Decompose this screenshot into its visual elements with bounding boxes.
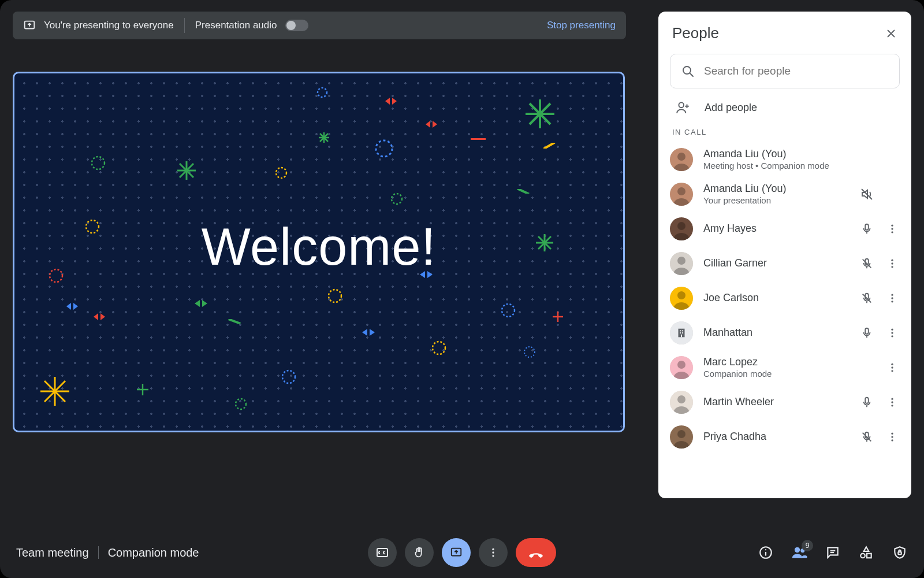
participant-options-button[interactable] bbox=[885, 258, 900, 269]
participant-mic-on[interactable] bbox=[859, 223, 874, 235]
chat-button[interactable] bbox=[825, 544, 841, 561]
participant-options-button[interactable] bbox=[885, 431, 900, 443]
captions-icon bbox=[375, 546, 389, 560]
svg-point-89 bbox=[891, 401, 893, 403]
svg-point-83 bbox=[891, 366, 893, 368]
hangup-icon bbox=[527, 544, 545, 561]
participant-options-button[interactable] bbox=[885, 397, 900, 408]
svg-rect-25 bbox=[228, 319, 241, 324]
confetti-shape bbox=[372, 137, 396, 160]
confetti-shape bbox=[84, 218, 101, 235]
svg-rect-28 bbox=[543, 143, 555, 149]
participant-mic-muted[interactable] bbox=[859, 257, 874, 270]
confetti-shape bbox=[534, 232, 555, 253]
more-options-button[interactable] bbox=[479, 538, 508, 567]
info-icon bbox=[758, 545, 773, 560]
confetti-shape bbox=[424, 120, 438, 129]
svg-point-42 bbox=[683, 66, 691, 74]
svg-point-67 bbox=[891, 294, 893, 296]
more-vertical-icon bbox=[487, 547, 499, 558]
svg-point-64 bbox=[677, 291, 685, 299]
participant-mic-on[interactable] bbox=[859, 327, 874, 339]
hand-icon bbox=[413, 546, 426, 559]
participant-options-button[interactable] bbox=[885, 292, 900, 304]
participant-mic-muted[interactable] bbox=[859, 431, 874, 443]
svg-point-53 bbox=[891, 225, 893, 227]
raise-hand-button[interactable] bbox=[405, 538, 434, 567]
shield-lock-icon bbox=[892, 545, 907, 560]
participant-options-button[interactable] bbox=[885, 327, 900, 339]
search-people-input[interactable] bbox=[704, 65, 889, 77]
stop-presenting-button[interactable]: Stop presenting bbox=[547, 20, 616, 31]
participant-row: Manhattan bbox=[658, 316, 911, 350]
present-screen-icon bbox=[450, 546, 463, 559]
participant-info: Manhattan bbox=[703, 327, 849, 339]
leave-call-button[interactable] bbox=[516, 538, 556, 567]
confetti-shape bbox=[326, 287, 344, 305]
confetti-shape bbox=[47, 267, 65, 284]
host-controls-button[interactable] bbox=[892, 544, 908, 561]
confetti-shape bbox=[500, 302, 517, 319]
svg-rect-75 bbox=[681, 335, 682, 338]
app-root: You're presenting to everyone Presentati… bbox=[0, 0, 924, 578]
participant-options-button[interactable] bbox=[885, 223, 900, 235]
svg-point-78 bbox=[891, 332, 893, 334]
participant-mic-speaker-muted[interactable] bbox=[859, 187, 874, 201]
confetti-shape bbox=[390, 192, 404, 206]
participant-info: Cillian Garner bbox=[703, 257, 849, 270]
svg-point-105 bbox=[765, 549, 766, 550]
svg-point-51 bbox=[677, 222, 685, 230]
svg-point-37 bbox=[318, 88, 327, 97]
svg-point-62 bbox=[891, 266, 893, 268]
participant-info: Martin Wheeler bbox=[703, 396, 849, 409]
close-panel-button[interactable] bbox=[885, 27, 897, 40]
svg-point-55 bbox=[891, 231, 893, 233]
confetti-shape bbox=[90, 154, 107, 172]
confetti-shape bbox=[471, 137, 486, 142]
participant-options-button[interactable] bbox=[885, 362, 900, 373]
chat-icon bbox=[825, 545, 840, 560]
svg-point-57 bbox=[677, 257, 685, 265]
people-count-badge: 9 bbox=[802, 540, 813, 551]
search-people-field[interactable] bbox=[670, 54, 900, 88]
svg-rect-27 bbox=[471, 138, 486, 140]
svg-rect-71 bbox=[680, 330, 681, 331]
present-button[interactable] bbox=[442, 538, 471, 567]
slide-title: Welcome! bbox=[202, 217, 436, 277]
participant-info: Amy Hayes bbox=[703, 223, 849, 235]
confetti-shape bbox=[543, 143, 556, 149]
svg-point-92 bbox=[677, 430, 685, 438]
captions-button[interactable] bbox=[368, 538, 397, 567]
presentation-tile: Welcome! bbox=[13, 72, 625, 432]
participant-info: Amanda Liu (You)Meeting host • Companion… bbox=[703, 148, 849, 171]
people-button[interactable]: 9 bbox=[791, 544, 807, 561]
svg-point-101 bbox=[492, 551, 494, 553]
participant-mic-on[interactable] bbox=[859, 396, 874, 409]
presentation-audio-toggle[interactable] bbox=[285, 20, 308, 31]
confetti-shape bbox=[280, 368, 297, 386]
svg-point-23 bbox=[392, 194, 402, 204]
participant-mic-muted[interactable] bbox=[859, 292, 874, 305]
confetti-shape bbox=[318, 131, 330, 144]
confetti-shape bbox=[234, 397, 248, 411]
activities-button[interactable] bbox=[858, 544, 874, 561]
confetti-shape bbox=[523, 97, 557, 131]
participant-avatar bbox=[670, 217, 693, 240]
footer-right-controls: 9 bbox=[758, 544, 908, 561]
presenting-text: You're presenting to everyone bbox=[44, 20, 174, 31]
svg-point-44 bbox=[679, 102, 684, 108]
participant-avatar bbox=[670, 425, 693, 449]
confetti-shape bbox=[523, 345, 536, 359]
call-controls bbox=[368, 538, 556, 567]
svg-point-100 bbox=[492, 549, 494, 550]
add-people-button[interactable]: Add people bbox=[658, 88, 911, 125]
meeting-details-button[interactable] bbox=[758, 544, 774, 561]
participant-avatar bbox=[670, 321, 693, 344]
participant-avatar bbox=[670, 287, 693, 310]
presenting-banner: You're presenting to everyone Presentati… bbox=[13, 12, 626, 39]
participant-row: Marc LopezCompanion mode bbox=[658, 350, 911, 385]
participant-row: Martin Wheeler bbox=[658, 385, 911, 420]
participant-name: Priya Chadha bbox=[703, 431, 849, 443]
participant-subtitle: Your presentation bbox=[703, 195, 849, 206]
svg-line-43 bbox=[690, 73, 693, 76]
